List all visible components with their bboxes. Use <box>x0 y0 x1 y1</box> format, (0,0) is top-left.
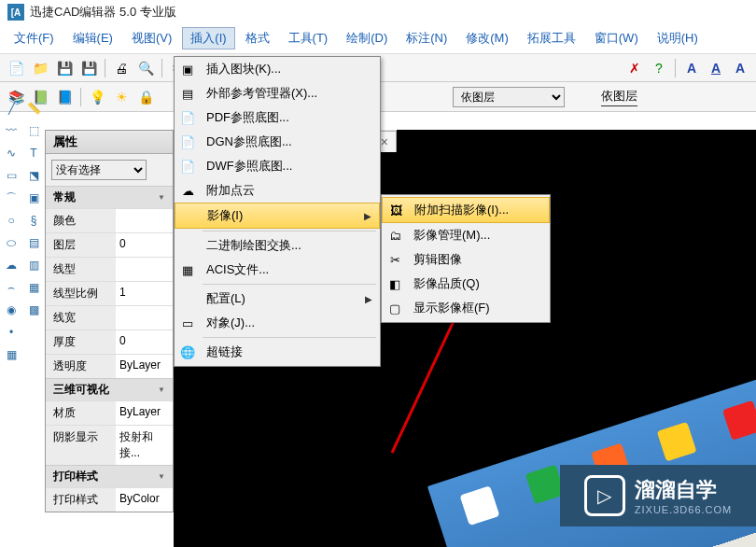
prop-mat-val[interactable]: ByLayer <box>116 401 173 425</box>
prop-color-val[interactable] <box>116 209 173 232</box>
rect-icon[interactable]: ▭ <box>2 166 21 185</box>
prop-pstyle-val[interactable]: ByColor <box>116 488 173 512</box>
arc2-icon[interactable]: ⌢ <box>2 278 21 297</box>
menu-insert[interactable]: 插入(I) <box>182 27 234 49</box>
ellipse-icon[interactable]: ⬭ <box>2 233 21 252</box>
prop-lw-val[interactable] <box>116 306 173 330</box>
prop-ltscale-label: 线型比例 <box>46 282 116 305</box>
layer-select[interactable]: 依图层 <box>453 87 565 107</box>
prop-trans-val[interactable]: ByLayer <box>116 355 173 378</box>
watermark-main: 溜溜自学 <box>635 476 732 504</box>
point-icon[interactable]: • <box>2 323 21 342</box>
properties-title: 属性 <box>46 131 173 154</box>
menu-modify[interactable]: 修改(M) <box>457 27 517 49</box>
sub-image-frame[interactable]: ▢显示影像框(F) <box>382 296 550 320</box>
acis-icon: ▦ <box>178 261 197 278</box>
section-plot[interactable]: 打印样式 <box>46 465 173 487</box>
close-icon[interactable]: × <box>381 134 388 149</box>
saveas-icon[interactable]: 💾 <box>78 58 99 78</box>
dd-pdf-underlay[interactable]: 📄PDF参照底图... <box>175 105 380 130</box>
fill-icon[interactable]: ▤ <box>24 233 43 252</box>
bulb-on-icon[interactable]: 💡 <box>87 87 107 107</box>
image-mgr-icon: 🗂 <box>385 227 404 244</box>
dd-layout[interactable]: 配置(L)▶ <box>175 287 380 311</box>
dd-dgn-underlay[interactable]: 📄DGN参照底图... <box>175 130 380 154</box>
print-icon[interactable]: 🖨 <box>111 58 132 78</box>
prop-ltscale-val[interactable]: 1 <box>116 282 173 305</box>
region-icon[interactable]: ⬚ <box>24 121 43 140</box>
menubar: 文件(F) 编辑(E) 视图(V) 插入(I) 格式 工具(T) 绘制(D) 标… <box>0 24 756 54</box>
quality-icon: ◧ <box>385 275 404 292</box>
xref-icon: ▤ <box>178 85 197 102</box>
menu-draw[interactable]: 绘制(D) <box>338 27 396 49</box>
prop-color-label: 颜色 <box>46 209 116 232</box>
menu-file[interactable]: 文件(F) <box>6 27 63 49</box>
help-icon[interactable]: ? <box>649 58 669 78</box>
dd-acis[interactable]: ▦ACIS文件... <box>175 258 380 282</box>
menu-format[interactable]: 格式 <box>237 27 278 49</box>
image-submenu: 🖼附加扫描影像(I)... 🗂影像管理(M)... ✂剪辑图像 ◧影像品质(Q)… <box>381 194 551 323</box>
menu-extend[interactable]: 拓展工具 <box>519 27 584 49</box>
section-3d[interactable]: 三维可视化 <box>46 378 173 400</box>
sun-icon[interactable]: ☀ <box>111 87 132 107</box>
diag-icon[interactable]: ⬔ <box>24 166 43 185</box>
dd-binary-dxf[interactable]: 二进制绘图交换... <box>175 233 380 258</box>
window-title: 迅捷CAD编辑器 5.0 专业版 <box>30 4 176 21</box>
globe-icon: 🌐 <box>178 344 197 360</box>
menu-tool[interactable]: 工具(T) <box>280 27 337 49</box>
dd-object[interactable]: ▭对象(J)... <box>175 311 380 335</box>
dd-xref-manager[interactable]: ▤外部参考管理器(X)... <box>175 81 380 105</box>
polyline-icon[interactable]: 〰 <box>2 121 21 140</box>
arc-icon[interactable]: ⌒ <box>2 189 21 207</box>
menu-view[interactable]: 视图(V) <box>123 27 180 49</box>
text-a2-icon[interactable]: A <box>706 58 726 78</box>
new-file-icon[interactable]: 📄 <box>6 58 26 78</box>
selection-select[interactable]: 没有选择 <box>51 160 147 180</box>
dd-image[interactable]: 影像(I)▶ <box>175 203 380 229</box>
sub-image-manager[interactable]: 🗂影像管理(M)... <box>382 223 550 247</box>
prop-shadow-val[interactable]: 投射和接... <box>116 426 173 465</box>
cloud-icon[interactable]: ☁ <box>2 256 21 274</box>
spline-icon[interactable]: ∿ <box>2 144 21 162</box>
save-icon[interactable]: 💾 <box>54 58 75 78</box>
prop-layer-val[interactable]: 0 <box>116 233 173 257</box>
section-general[interactable]: 常规 <box>46 186 173 208</box>
menu-annotate[interactable]: 标注(N) <box>398 27 455 49</box>
prop-thk-val[interactable]: 0 <box>116 330 173 354</box>
sub-attach-raster[interactable]: 🖼附加扫描影像(I)... <box>382 197 550 223</box>
lock-icon[interactable]: 🔒 <box>135 87 156 107</box>
grad-icon[interactable]: ▥ <box>24 256 43 274</box>
text-a3-icon[interactable]: A <box>730 58 750 78</box>
dd-hyperlink[interactable]: 🌐超链接 <box>175 340 380 364</box>
menu-window[interactable]: 窗口(W) <box>586 27 647 49</box>
redo-icon[interactable]: ✗ <box>624 58 645 78</box>
open-icon[interactable]: 📁 <box>30 58 50 78</box>
app-icon: [A <box>7 4 24 21</box>
layer-unk-icon[interactable]: 📘 <box>54 87 75 107</box>
preview-icon[interactable]: 🔍 <box>135 58 156 78</box>
play-icon: ▷ <box>584 475 625 516</box>
sub-clip-image[interactable]: ✂剪辑图像 <box>382 247 550 272</box>
menu-help[interactable]: 说明(H) <box>649 27 707 49</box>
block-insert-icon: ▣ <box>178 61 197 77</box>
text-a-icon[interactable]: A <box>681 58 702 78</box>
ruler-icon[interactable]: 📏 <box>24 99 43 118</box>
text-icon[interactable]: T <box>24 144 43 162</box>
prop-linetype-val[interactable] <box>116 258 173 281</box>
tbl-icon[interactable]: ▩ <box>24 301 43 319</box>
sub-image-quality[interactable]: ◧影像品质(Q) <box>382 272 550 296</box>
dd-point-cloud[interactable]: ☁附加点云 <box>175 178 380 203</box>
bylayer-label[interactable]: 依图层 <box>601 88 637 106</box>
insert-menu-dropdown: ▣插入图块(K)... ▤外部参考管理器(X)... 📄PDF参照底图... 📄… <box>174 56 381 367</box>
dd-insert-block[interactable]: ▣插入图块(K)... <box>175 57 380 81</box>
dd-dwf-underlay[interactable]: 📄DWF参照底图... <box>175 154 380 178</box>
helix-icon[interactable]: § <box>24 211 43 230</box>
mesh-icon[interactable]: ▦ <box>24 278 43 297</box>
menu-edit[interactable]: 编辑(E) <box>64 27 121 49</box>
donut-icon[interactable]: ◉ <box>2 301 21 319</box>
block-icon[interactable]: ▣ <box>24 189 43 207</box>
line-icon[interactable]: ╱ <box>2 99 21 118</box>
circle-icon[interactable]: ○ <box>2 211 21 230</box>
hatch-icon[interactable]: ▦ <box>2 345 21 364</box>
chevron-right-icon: ▶ <box>365 294 372 304</box>
